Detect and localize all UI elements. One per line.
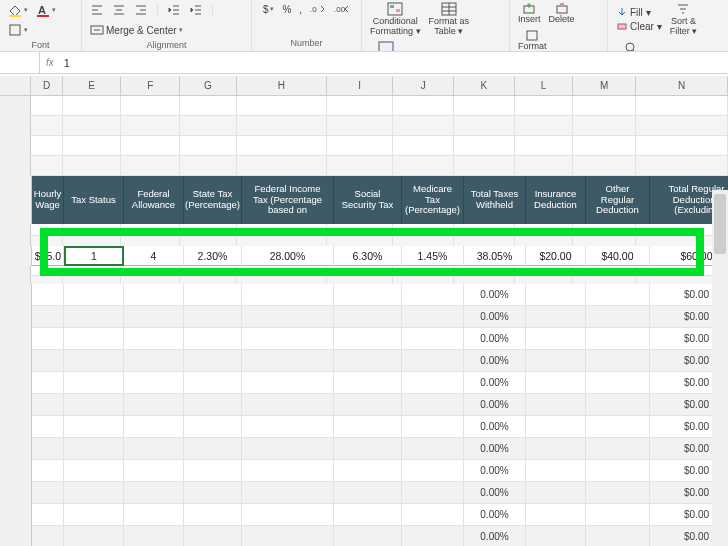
hdr-social-security: Social Security Tax (334, 176, 402, 224)
col-L[interactable]: L (515, 76, 574, 95)
column-headers: D E F G H I J K L M N (0, 76, 728, 96)
cell-total-taxes[interactable]: 0.00% (464, 372, 526, 394)
col-J[interactable]: J (393, 76, 454, 95)
svg-rect-11 (379, 42, 393, 52)
svg-text:.00: .00 (334, 5, 346, 14)
border-icon (8, 23, 22, 37)
align-center-icon (112, 3, 126, 17)
cell-total-taxes[interactable]: 38.05% (464, 246, 526, 266)
cell-total-taxes[interactable]: 0.00% (464, 438, 526, 460)
indent-dec-icon (167, 3, 181, 17)
cell-other-deduction[interactable]: $40.00 (586, 246, 650, 266)
cell-total-taxes[interactable]: 0.00% (464, 394, 526, 416)
merge-center-label: Merge & Center (106, 25, 177, 36)
clear-button[interactable]: Clear ▾ (614, 20, 664, 33)
group-label-font: Font (31, 38, 49, 51)
conditional-formatting-button[interactable]: ConditionalFormatting ▾ (368, 2, 423, 37)
insert-button[interactable]: Insert (516, 2, 543, 25)
eraser-icon (616, 21, 628, 31)
select-all-corner[interactable] (0, 76, 31, 95)
decdec-icon: .00 (334, 3, 350, 15)
cell-insurance-deduction[interactable]: $20.00 (526, 246, 586, 266)
svg-rect-14 (527, 31, 537, 40)
worksheet[interactable]: Hourly Wage Tax Status Federal Allowance… (0, 96, 728, 546)
align-right-button[interactable] (132, 2, 150, 18)
inc-dec-button[interactable]: .0 (308, 2, 328, 16)
group-number: $▾ % , .0 .00 Number (252, 0, 362, 51)
group-cells: Insert Delete Format Cells (510, 0, 608, 51)
hdr-other-regular-deduction: Other Regular Deduction (586, 176, 650, 224)
cell-styles-icon (378, 41, 394, 52)
cell-styles-button[interactable]: CellStyles ▾ (368, 41, 404, 52)
col-N[interactable]: N (636, 76, 728, 95)
align-center-button[interactable] (110, 2, 128, 18)
cell-total-taxes[interactable]: 0.00% (464, 350, 526, 372)
cell-social-security[interactable]: 6.30% (334, 246, 402, 266)
align-right-icon (134, 3, 148, 17)
col-E[interactable]: E (63, 76, 122, 95)
cell-hourly-wage[interactable]: $15.0 (32, 246, 64, 266)
font-color-button[interactable]: A▾ (34, 2, 58, 18)
delete-button[interactable]: Delete (547, 2, 577, 25)
format-icon (525, 29, 539, 41)
svg-rect-2 (37, 15, 49, 17)
merge-center-button[interactable]: Merge & Center▾ (88, 22, 185, 38)
formula-input[interactable] (60, 57, 728, 69)
format-button[interactable]: Format (516, 29, 549, 52)
group-font: ▾ A▾ ▾ Font (0, 0, 82, 51)
col-K[interactable]: K (454, 76, 515, 95)
find-select-button[interactable]: Find &Select ▾ (614, 41, 651, 52)
col-I[interactable]: I (327, 76, 394, 95)
cell-medicare-tax[interactable]: 1.45% (402, 246, 464, 266)
indent-inc-button[interactable] (187, 2, 205, 18)
scrollbar-thumb[interactable] (714, 194, 726, 254)
svg-rect-8 (390, 5, 394, 8)
svg-text:.0: .0 (310, 5, 317, 14)
svg-rect-0 (9, 15, 21, 17)
find-icon (624, 41, 640, 52)
hdr-federal-income-tax: Federal Income Tax (Percentage based on (242, 176, 334, 224)
border-button[interactable]: ▾ (6, 22, 30, 38)
cell-state-tax[interactable]: 2.30% (184, 246, 242, 266)
align-left-icon (90, 3, 104, 17)
format-as-table-button[interactable]: Format asTable ▾ (427, 2, 472, 37)
cell-total-taxes[interactable]: 0.00% (464, 460, 526, 482)
bucket-icon (8, 3, 22, 17)
col-M[interactable]: M (573, 76, 636, 95)
col-D[interactable]: D (31, 76, 62, 95)
cell-total-taxes[interactable]: 0.00% (464, 306, 526, 328)
cell-total-taxes[interactable]: 0.00% (464, 328, 526, 350)
table-header-row: Hourly Wage Tax Status Federal Allowance… (0, 176, 728, 224)
hdr-federal-allowance: Federal Allowance (124, 176, 184, 224)
align-left-button[interactable] (88, 2, 106, 18)
insert-icon (522, 2, 536, 14)
fill-color-button[interactable]: ▾ (6, 2, 30, 18)
cell-total-taxes[interactable]: 0.00% (464, 416, 526, 438)
name-box[interactable] (0, 52, 40, 73)
col-F[interactable]: F (121, 76, 180, 95)
cell-total-taxes[interactable]: 0.00% (464, 504, 526, 526)
fill-button[interactable]: Fill ▾ (614, 6, 664, 19)
percent-button[interactable]: % (280, 3, 293, 16)
cell-tax-status[interactable]: 1 (64, 246, 124, 266)
font-color-icon: A (36, 3, 50, 17)
cell-federal-allowance[interactable]: 4 (124, 246, 184, 266)
ribbon: ▾ A▾ ▾ Font Merge & Center▾ Alignment (0, 0, 728, 52)
currency-button[interactable]: $▾ (261, 3, 277, 16)
svg-rect-13 (557, 6, 567, 13)
comma-button[interactable]: , (297, 3, 304, 16)
cell-federal-income-tax[interactable]: 28.00% (242, 246, 334, 266)
cell-total-taxes[interactable]: 0.00% (464, 482, 526, 504)
col-G[interactable]: G (180, 76, 237, 95)
dec-dec-button[interactable]: .00 (332, 2, 352, 16)
sort-filter-button[interactable]: Sort &Filter ▾ (668, 2, 700, 37)
col-H[interactable]: H (237, 76, 327, 95)
hdr-hourly-wage: Hourly Wage (32, 176, 64, 224)
hdr-tax-status: Tax Status (64, 176, 124, 224)
currency-label: $ (263, 4, 269, 15)
vertical-scrollbar[interactable] (712, 190, 728, 546)
indent-dec-button[interactable] (165, 2, 183, 18)
cell-total-taxes[interactable]: 0.00% (464, 284, 526, 306)
cell-total-taxes[interactable]: 0.00% (464, 526, 526, 546)
group-alignment: Merge & Center▾ Alignment (82, 0, 252, 51)
